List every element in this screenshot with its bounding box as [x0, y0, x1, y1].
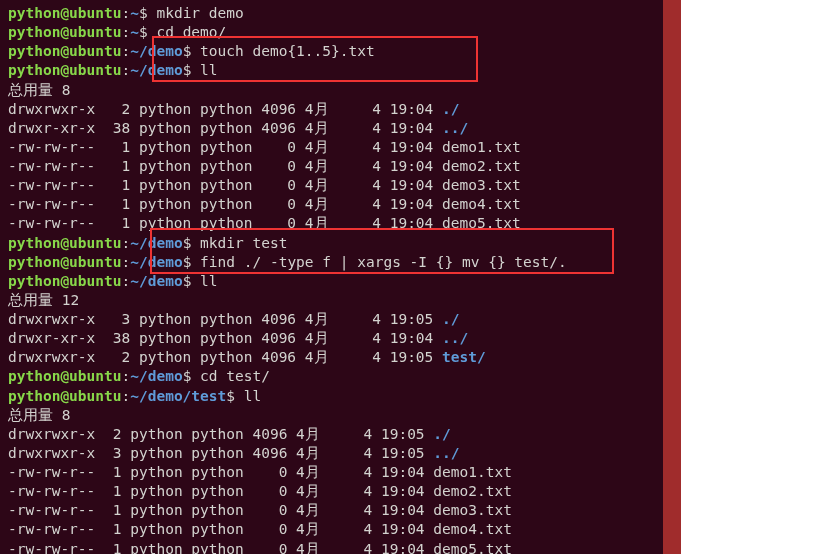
ls-owner: python python [130, 426, 252, 442]
prompt-path: ~/demo [130, 273, 182, 289]
ls-size: 0 [252, 521, 296, 537]
ls-owner: python python [130, 464, 252, 480]
ls-owner: python python [139, 139, 261, 155]
ls-day: 4 [355, 196, 390, 212]
ls-name: test/ [442, 349, 486, 365]
command-text[interactable]: ll [244, 388, 261, 404]
ls-size: 4096 [261, 349, 305, 365]
prompt-sep: : [122, 62, 131, 78]
ls-size: 4096 [261, 101, 305, 117]
prompt-dollar: $ [183, 368, 200, 384]
ls-perm: -rw-rw-r-- [8, 541, 104, 555]
ls-size: 0 [261, 215, 305, 231]
ls-day: 4 [346, 521, 381, 537]
ls-name: demo3.txt [433, 502, 512, 518]
ls-size: 0 [261, 196, 305, 212]
prompt-dollar: $ [183, 273, 200, 289]
ls-owner: python python [139, 158, 261, 174]
ls-month: 4月 [296, 464, 346, 480]
prompt-dollar: $ [183, 235, 200, 251]
command-text[interactable]: cd demo/ [156, 24, 226, 40]
prompt-path: ~/demo [130, 235, 182, 251]
output-text: 总用量 8 [8, 82, 70, 98]
ls-month: 4月 [296, 483, 346, 499]
ls-links: 3 [104, 311, 139, 327]
ls-name: demo1.txt [442, 139, 521, 155]
ls-time: 19:04 [390, 196, 442, 212]
ls-links: 38 [104, 330, 139, 346]
ls-day: 4 [346, 483, 381, 499]
ls-links: 2 [104, 101, 139, 117]
prompt-dollar: $ [139, 5, 156, 21]
terminal-line: drwxr-xr-x 38 python python 4096 4月 4 19… [8, 119, 655, 138]
command-text[interactable]: ll [200, 62, 217, 78]
terminal-line: drwxr-xr-x 38 python python 4096 4月 4 19… [8, 329, 655, 348]
terminal-line: -rw-rw-r-- 1 python python 0 4月 4 19:04 … [8, 176, 655, 195]
ls-links: 2 [104, 349, 139, 365]
ls-day: 4 [355, 349, 390, 365]
ls-name: demo4.txt [433, 521, 512, 537]
ls-links: 1 [104, 483, 130, 499]
terminal-line: python@ubuntu:~/demo$ ll [8, 61, 655, 80]
ls-day: 4 [346, 464, 381, 480]
prompt-dollar: $ [183, 254, 200, 270]
prompt-path: ~ [130, 24, 139, 40]
ls-time: 19:04 [390, 177, 442, 193]
prompt-path: ~/demo/test [130, 388, 226, 404]
ls-month: 4月 [305, 139, 355, 155]
ls-owner: python python [139, 120, 261, 136]
ls-links: 1 [104, 196, 139, 212]
ls-name: demo5.txt [442, 215, 521, 231]
prompt-user: python@ubuntu [8, 368, 122, 384]
terminal-line: drwxrwxr-x 2 python python 4096 4月 4 19:… [8, 348, 655, 367]
ls-name: ../ [442, 120, 468, 136]
ls-perm: -rw-rw-r-- [8, 139, 104, 155]
ls-time: 19:04 [390, 120, 442, 136]
ls-size: 4096 [261, 311, 305, 327]
ls-owner: python python [139, 311, 261, 327]
prompt-path: ~/demo [130, 254, 182, 270]
ls-day: 4 [355, 330, 390, 346]
ls-owner: python python [130, 502, 252, 518]
prompt-dollar: $ [139, 24, 156, 40]
terminal-line: python@ubuntu:~/demo$ find ./ -type f | … [8, 253, 655, 272]
prompt-sep: : [122, 368, 131, 384]
ls-time: 19:04 [390, 101, 442, 117]
prompt-user: python@ubuntu [8, 235, 122, 251]
ls-time: 19:04 [390, 330, 442, 346]
ls-time: 19:05 [381, 426, 433, 442]
command-text[interactable]: cd test/ [200, 368, 270, 384]
terminal-line: drwxrwxr-x 2 python python 4096 4月 4 19:… [8, 425, 655, 444]
ls-name: ./ [433, 426, 450, 442]
ls-owner: python python [130, 445, 252, 461]
command-text[interactable]: find ./ -type f | xargs -I {} mv {} test… [200, 254, 567, 270]
ls-size: 0 [261, 177, 305, 193]
ls-name: ../ [442, 330, 468, 346]
ls-links: 1 [104, 215, 139, 231]
ls-owner: python python [139, 349, 261, 365]
ls-owner: python python [130, 521, 252, 537]
ls-name: demo1.txt [433, 464, 512, 480]
command-text[interactable]: mkdir test [200, 235, 287, 251]
ls-perm: -rw-rw-r-- [8, 502, 104, 518]
command-text[interactable]: mkdir demo [156, 5, 243, 21]
ls-links: 1 [104, 464, 130, 480]
ls-month: 4月 [305, 120, 355, 136]
ls-day: 4 [346, 541, 381, 555]
prompt-sep: : [122, 388, 131, 404]
ls-links: 1 [104, 158, 139, 174]
ls-size: 4096 [252, 426, 296, 442]
prompt-user: python@ubuntu [8, 24, 122, 40]
terminal-window[interactable]: python@ubuntu:~$ mkdir demopython@ubuntu… [0, 0, 681, 554]
terminal-line: python@ubuntu:~$ mkdir demo [8, 4, 655, 23]
terminal-line: -rw-rw-r-- 1 python python 0 4月 4 19:04 … [8, 520, 655, 539]
ls-name: ../ [433, 445, 459, 461]
prompt-path: ~/demo [130, 43, 182, 59]
ls-name: ./ [442, 311, 459, 327]
ls-time: 19:04 [381, 502, 433, 518]
ls-owner: python python [139, 177, 261, 193]
command-text[interactable]: touch demo{1..5}.txt [200, 43, 375, 59]
terminal-line: -rw-rw-r-- 1 python python 0 4月 4 19:04 … [8, 157, 655, 176]
command-text[interactable]: ll [200, 273, 217, 289]
terminal-line: -rw-rw-r-- 1 python python 0 4月 4 19:04 … [8, 501, 655, 520]
